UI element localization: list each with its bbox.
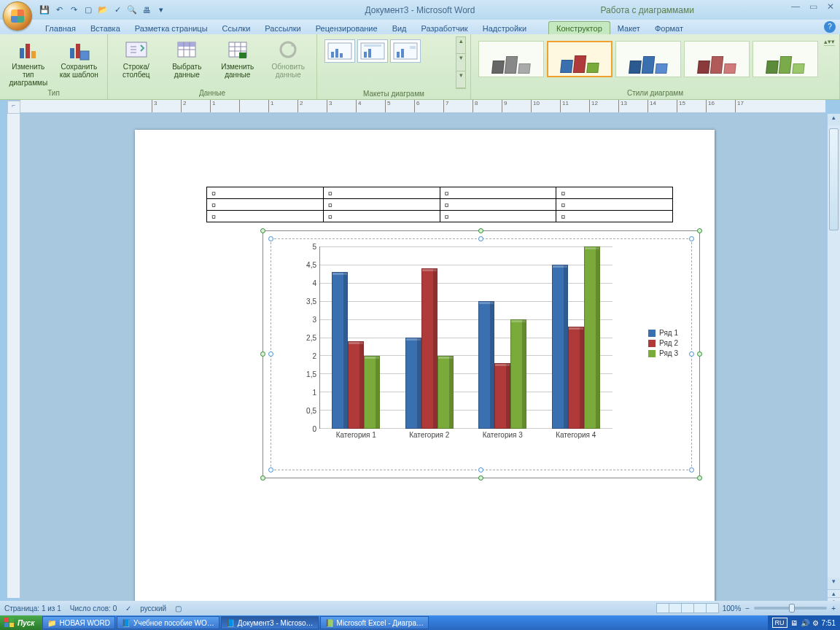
close-button[interactable]: ✕ <box>824 1 837 12</box>
tab-mailings[interactable]: Рассылки <box>257 22 308 34</box>
tab-review[interactable]: Рецензирование <box>308 22 385 34</box>
scroll-thumb[interactable] <box>829 128 839 230</box>
refresh-data-button[interactable]: Обновить данные <box>265 36 312 80</box>
zoom-slider[interactable] <box>754 607 827 610</box>
save-icon[interactable]: 💾 <box>38 4 51 17</box>
qat-dropdown-icon[interactable]: ▾ <box>155 4 168 17</box>
status-language[interactable]: русский <box>140 604 166 612</box>
tab-page-layout[interactable]: Разметка страницы <box>128 22 215 34</box>
macro-record-icon[interactable]: ▢ <box>175 604 182 612</box>
chart-styles-gallery[interactable] <box>475 36 821 82</box>
ribbon-group-type: Изменить тип диаграммы Сохранить как шаб… <box>0 34 108 99</box>
tab-view[interactable]: Вид <box>385 22 414 34</box>
svg-rect-0 <box>20 48 24 58</box>
tray-icon[interactable]: ⚙ <box>812 619 819 627</box>
svg-rect-22 <box>401 49 404 58</box>
view-draft[interactable] <box>706 603 719 613</box>
document-table[interactable]: ¤¤¤¤ ¤¤¤¤ ¤¤¤¤ <box>206 187 673 222</box>
tab-insert[interactable]: Вставка <box>83 22 128 34</box>
start-button[interactable]: Пуск <box>0 615 42 630</box>
tray-icon[interactable]: 🔊 <box>801 619 809 627</box>
undo-icon[interactable]: ↶ <box>52 4 66 17</box>
zoom-level[interactable]: 100% <box>723 604 742 612</box>
scroll-up-icon[interactable]: ▴ <box>828 114 840 125</box>
svg-rect-23 <box>410 46 416 49</box>
svg-rect-14 <box>335 49 338 58</box>
svg-rect-24 <box>4 618 9 622</box>
chart-layout-1[interactable] <box>324 39 355 63</box>
save-as-template-button[interactable]: Сохранить как шаблон <box>55 36 104 80</box>
svg-rect-15 <box>340 53 343 58</box>
tab-developer[interactable]: Разработчик <box>414 22 475 34</box>
chart-layout-2[interactable] <box>357 39 388 63</box>
view-print-layout[interactable] <box>656 603 669 613</box>
ribbon-tabs: Главная Вставка Разметка страницы Ссылки… <box>0 20 840 34</box>
chart-style-2[interactable] <box>547 41 612 77</box>
ruler-corner[interactable]: ⌐ <box>7 101 20 114</box>
view-full-screen[interactable] <box>669 603 682 613</box>
taskbar-item-excel[interactable]: 📗 Microsoft Excel - Диагра… <box>320 616 429 629</box>
tray-lang[interactable]: RU <box>772 618 788 628</box>
tray-clock[interactable]: 7:51 <box>822 619 836 627</box>
chart-style-3[interactable] <box>615 41 681 77</box>
change-chart-type-button[interactable]: Изменить тип диаграммы <box>4 36 52 88</box>
vertical-scrollbar[interactable]: ▴ ▾ ▴○▾ <box>827 114 840 612</box>
tab-chart-layout[interactable]: Макет <box>610 22 648 34</box>
status-bar: Страница: 1 из 1 Число слов: 0 ✓ русский… <box>0 601 840 615</box>
svg-rect-3 <box>70 48 74 58</box>
system-tray[interactable]: RU 🖥 🔊 ⚙ 7:51 <box>768 615 840 630</box>
chart-object[interactable]: 00,511,522,533,544,55 Категория 1Категор… <box>262 230 700 478</box>
svg-rect-17 <box>364 44 381 47</box>
maximize-button[interactable]: ▭ <box>806 1 820 12</box>
taskbar-item-word-2[interactable]: 📘 Документ3 - Microso… <box>221 616 319 629</box>
spellcheck-status-icon[interactable]: ✓ <box>125 604 131 612</box>
chart-plot-area[interactable]: 00,511,522,533,544,55 Категория 1Категор… <box>271 238 692 470</box>
chart-style-4[interactable] <box>684 41 750 77</box>
spellcheck-icon[interactable]: ✓ <box>111 4 124 17</box>
select-data-button[interactable]: Выбрать данные <box>163 36 211 80</box>
help-icon[interactable]: ? <box>824 21 836 33</box>
svg-rect-4 <box>76 44 80 58</box>
view-outline[interactable] <box>693 603 707 613</box>
new-icon[interactable]: ▢ <box>82 4 95 17</box>
chart-style-5[interactable] <box>752 41 818 77</box>
view-web-layout[interactable] <box>681 603 694 613</box>
zoom-out-icon[interactable]: − <box>745 604 750 612</box>
tab-chart-format[interactable]: Формат <box>648 22 691 34</box>
bar-chart-icon <box>17 38 40 61</box>
switch-row-col-button[interactable]: Строка/столбец <box>112 36 160 80</box>
prev-page-icon[interactable]: ▴ <box>828 589 840 597</box>
chart-x-axis: Категория 1Категория 2Категория 3Категор… <box>319 429 612 443</box>
vertical-ruler[interactable] <box>7 114 20 598</box>
status-word-count[interactable]: Число слов: 0 <box>70 604 117 612</box>
print-preview-icon[interactable]: 🔍 <box>125 4 139 17</box>
horizontal-ruler[interactable]: 3211234567891011121314151617 <box>20 100 825 113</box>
redo-icon[interactable]: ↷ <box>67 4 80 17</box>
chart-legend[interactable]: Ряд 1Ряд 2Ряд 3 <box>648 327 678 359</box>
tab-home[interactable]: Главная <box>38 22 83 34</box>
chart-bars <box>319 246 612 429</box>
scroll-down-icon[interactable]: ▾ <box>828 578 840 589</box>
minimize-button[interactable]: — <box>789 1 802 12</box>
print-icon[interactable]: 🖶 <box>140 4 153 17</box>
open-icon[interactable]: 📂 <box>96 4 109 17</box>
edit-data-button[interactable]: Изменить данные <box>214 36 261 80</box>
office-button[interactable] <box>3 1 32 31</box>
context-title: Работа с диаграммами <box>601 5 695 15</box>
tab-addins[interactable]: Надстройки <box>475 22 534 34</box>
svg-rect-27 <box>9 623 14 627</box>
chart-styles-scroll[interactable]: ▴▾▾ <box>824 36 835 45</box>
taskbar-item-word-1[interactable]: 📘 Учебное пособие WO… <box>117 616 219 629</box>
svg-rect-2 <box>31 51 36 58</box>
chart-layouts-gallery[interactable] <box>322 36 453 66</box>
status-page[interactable]: Страница: 1 из 1 <box>4 604 61 612</box>
zoom-in-icon[interactable]: + <box>831 604 836 612</box>
chart-layouts-scroll[interactable]: ▴▾▾ <box>456 36 466 89</box>
taskbar-item-folder[interactable]: 📁 НОВАЯ WORD <box>42 616 115 629</box>
chart-layout-3[interactable] <box>390 39 421 63</box>
document-page[interactable]: ¤¤¤¤ ¤¤¤¤ ¤¤¤¤ 00,511,522,533,544,55 Кат… <box>135 130 715 612</box>
chart-style-1[interactable] <box>478 41 544 77</box>
tray-icon[interactable]: 🖥 <box>790 619 798 627</box>
tab-references[interactable]: Ссылки <box>215 22 258 34</box>
tab-chart-design[interactable]: Конструктор <box>548 21 610 34</box>
